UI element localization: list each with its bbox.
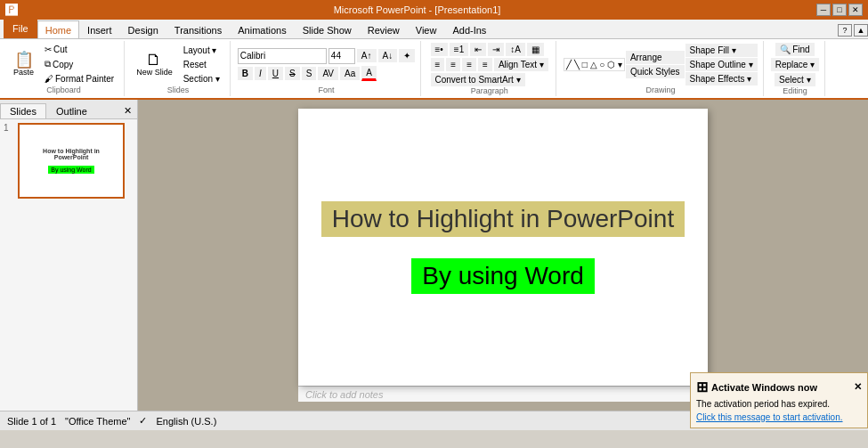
arrange-button[interactable]: Arrange (626, 51, 685, 64)
font-size-decrease-button[interactable]: A↓ (378, 49, 398, 62)
slide-subtitle[interactable]: By using Word (411, 258, 595, 294)
theme-name: "Office Theme" (65, 416, 130, 427)
font-row-1: A↑ A↓ ✦ (238, 48, 415, 64)
center-button[interactable]: ≡ (446, 58, 460, 71)
align-left-button[interactable]: ≡ (431, 58, 445, 71)
layout-button[interactable]: Layout ▾ (179, 44, 224, 57)
slides-panel: Slides Outline ✕ 1 How to Highlight in P… (0, 100, 138, 411)
slide-preview-title: How to Highlight in PowerPoint (25, 148, 118, 160)
tab-animations[interactable]: Animations (230, 20, 294, 38)
slides-panel-tabs: Slides Outline ✕ (0, 100, 137, 119)
activation-link[interactable]: Click this message to start activation. (696, 412, 862, 422)
check-icon: ✓ (139, 415, 147, 427)
font-label: Font (318, 86, 334, 94)
italic-button[interactable]: I (255, 67, 266, 80)
columns-button[interactable]: ▦ (527, 43, 544, 56)
slides-panel-close[interactable]: ✕ (118, 103, 137, 118)
font-name-input[interactable] (238, 48, 327, 64)
ribbon: 📋 Paste ✂ Cut ⧉ Copy 🖌 Format Painter (0, 39, 868, 100)
section-button[interactable]: Section ▾ (179, 72, 224, 86)
help-button[interactable]: ? (838, 24, 852, 37)
tab-design[interactable]: Design (120, 20, 166, 38)
activation-close-button[interactable]: ✕ (854, 381, 862, 393)
slide-title[interactable]: How to Highlight in PowerPoint (321, 201, 685, 237)
windows-icon: ⊞ (696, 379, 708, 395)
copy-button[interactable]: ⧉ Copy (40, 57, 118, 71)
find-button[interactable]: 🔍 Find (775, 43, 814, 56)
clipboard-label: Clipboard (46, 86, 81, 94)
maximize-button[interactable]: □ (832, 4, 847, 16)
shape-effects-button[interactable]: Shape Effects ▾ (685, 72, 758, 86)
text-direction-button[interactable]: ↕A (506, 43, 525, 56)
clipboard-content: 📋 Paste ✂ Cut ⧉ Copy 🖌 Format Painter (9, 43, 118, 86)
replace-button[interactable]: Replace ▾ (771, 58, 819, 71)
char-spacing-button[interactable]: AV (318, 67, 338, 80)
strikethrough-button[interactable]: S (285, 67, 300, 80)
change-case-button[interactable]: Aa (340, 67, 360, 80)
tab-insert[interactable]: Insert (79, 20, 120, 38)
cut-button[interactable]: ✂ Cut (40, 43, 118, 56)
shape-outline-button[interactable]: Shape Outline ▾ (685, 58, 758, 71)
numbering-button[interactable]: ≡1 (450, 43, 468, 56)
drawing-group: ╱ ╲ □ △ ○ ⬡ ▾ Arrange Quick Styles Shape… (558, 41, 764, 96)
tab-file[interactable]: File (4, 19, 37, 38)
font-size-increase-button[interactable]: A↑ (357, 49, 377, 62)
paragraph-label: Paragraph (471, 86, 508, 95)
notes-placeholder[interactable]: Click to add notes (305, 389, 383, 400)
slide-preview-1[interactable]: How to Highlight in PowerPoint By using … (18, 123, 125, 199)
font-row-2: B I U S S AV Aa A (238, 66, 415, 81)
clipboard-secondary: ✂ Cut ⧉ Copy 🖌 Format Painter (40, 43, 118, 86)
align-right-button[interactable]: ≡ (462, 58, 476, 71)
activation-title: Activate Windows now (711, 382, 817, 393)
ribbon-minimize-button[interactable]: ▲ (854, 24, 868, 37)
justify-button[interactable]: ≡ (478, 58, 492, 71)
slides-content: 🗋 New Slide Layout ▾ Reset Section ▾ (132, 43, 224, 86)
close-button[interactable]: ✕ (848, 4, 863, 16)
minimize-button[interactable]: ─ (816, 4, 831, 16)
bullets-button[interactable]: ≡• (431, 43, 448, 56)
slide-canvas[interactable]: How to Highlight in PowerPoint By using … (298, 109, 708, 386)
format-painter-button[interactable]: 🖌 Format Painter (40, 72, 118, 86)
copy-icon: ⧉ (45, 59, 51, 69)
shape-fill-button[interactable]: Shape Fill ▾ (685, 44, 758, 57)
indent-more-button[interactable]: ⇥ (488, 43, 504, 56)
clear-formatting-button[interactable]: ✦ (399, 49, 415, 62)
indent-less-button[interactable]: ⇤ (470, 43, 486, 56)
tab-slides[interactable]: Slides (0, 103, 46, 118)
tab-outline[interactable]: Outline (46, 103, 97, 118)
paste-label: Paste (13, 68, 34, 77)
tab-transitions[interactable]: Transitions (166, 20, 230, 38)
clipboard-group: 📋 Paste ✂ Cut ⧉ Copy 🖌 Format Painter (4, 41, 125, 96)
paste-button[interactable]: 📋 Paste (9, 49, 38, 79)
tab-slideshow[interactable]: Slide Show (295, 20, 360, 38)
app-icon: 🅿 (5, 3, 18, 17)
tab-addins[interactable]: Add-Ins (444, 20, 494, 38)
app-body: Slides Outline ✕ 1 How to Highlight in P… (0, 100, 868, 411)
bold-button[interactable]: B (238, 67, 253, 80)
shapes-gallery[interactable]: ╱ ╲ □ △ ○ ⬡ ▾ (564, 58, 625, 71)
language: English (U.S.) (156, 416, 216, 427)
quick-styles-button[interactable]: Quick Styles (626, 65, 685, 78)
slides-group: 🗋 New Slide Layout ▾ Reset Section ▾ Sli… (126, 41, 231, 96)
select-button[interactable]: Select ▾ (775, 73, 815, 86)
slides-secondary: Layout ▾ Reset Section ▾ (179, 44, 224, 86)
activation-popup: ⊞ Activate Windows now ✕ The activation … (690, 372, 868, 428)
editing-label: Editing (783, 86, 807, 95)
tab-review[interactable]: Review (360, 20, 408, 38)
convert-smartart-button[interactable]: Convert to SmartArt ▾ (431, 73, 525, 86)
font-color-button[interactable]: A (361, 66, 377, 81)
shadow-button[interactable]: S (302, 67, 317, 80)
paragraph-row-1: ≡• ≡1 ⇤ ⇥ ↕A ▦ (431, 43, 548, 56)
align-text-button[interactable]: Align Text ▾ (494, 58, 548, 71)
font-group: A↑ A↓ ✦ B I U S S AV Aa A Font (232, 41, 421, 96)
title-bar-title: Microsoft PowerPoint - [Presentation1] (18, 4, 816, 15)
underline-button[interactable]: U (268, 67, 283, 80)
tab-view[interactable]: View (408, 20, 445, 38)
activation-message: The activation period has expired. (696, 399, 862, 409)
new-slide-button[interactable]: 🗋 New Slide (132, 49, 177, 79)
font-size-input[interactable] (329, 48, 355, 64)
editing-group: 🔍 Find Replace ▾ Select ▾ Editing (766, 41, 825, 96)
tab-home[interactable]: Home (37, 20, 79, 38)
ribbon-tabs: File Home Insert Design Transitions Anim… (0, 20, 868, 39)
reset-button[interactable]: Reset (179, 58, 224, 71)
